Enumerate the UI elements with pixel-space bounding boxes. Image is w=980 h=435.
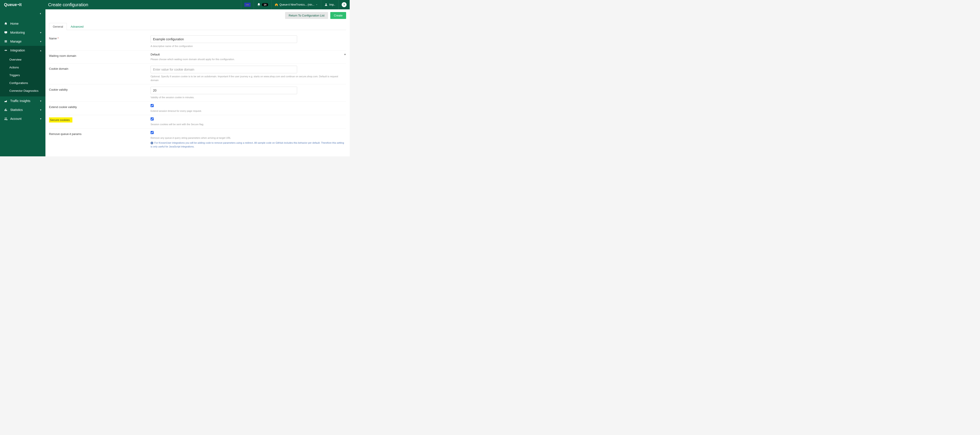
name-input[interactable]	[151, 35, 297, 43]
sidebar-item-label: Manage	[10, 40, 22, 43]
help-extend-cookie: Extend session timeout for every page re…	[151, 109, 346, 113]
top-action-bar: Return To Configuration List Create	[49, 12, 346, 19]
sidebar-item-manage[interactable]: Manage ▾	[0, 37, 45, 46]
sidebar-item-account[interactable]: Account ▾	[0, 114, 45, 123]
sidebar-item-statistics[interactable]: Statistics ▾	[0, 105, 45, 114]
info-icon: i	[151, 142, 153, 144]
sidebar-subitem-triggers[interactable]: Triggers	[0, 71, 45, 79]
required-asterisk: *	[57, 37, 59, 40]
form-row-cookie-validity: Cookie validity Validity of the session …	[49, 84, 346, 102]
account-label: Queue-it NineTronics... (nin...	[280, 3, 314, 6]
impersonation-user[interactable]: Imp..	[321, 0, 338, 10]
remove-params-checkbox[interactable]	[151, 131, 154, 134]
chart-line-icon	[4, 99, 8, 103]
form-row-extend-cookie: Extend cookie validity Extend session ti…	[49, 102, 346, 115]
chevron-down-icon: ▾	[40, 40, 41, 43]
sidebar-collapse-button[interactable]	[39, 12, 42, 16]
chevron-down-icon	[316, 3, 318, 6]
extend-cookie-checkbox[interactable]	[151, 104, 154, 107]
return-to-list-button[interactable]: Return To Configuration List	[285, 12, 328, 19]
integration-icon	[4, 49, 8, 52]
form-row-name: Name * A descriptive name of the configu…	[49, 33, 346, 51]
main-content: Return To Configuration List Create Gene…	[45, 10, 350, 156]
label-text: Name	[49, 37, 57, 40]
sidebar-item-label: Monitoring	[10, 31, 25, 34]
secure-cookies-checkbox[interactable]	[151, 117, 154, 121]
form-row-secure-cookies: Secure cookies Session cookies will be s…	[49, 115, 346, 129]
notifications-button[interactable]: 14	[254, 0, 271, 10]
home-icon	[4, 22, 8, 25]
sidebar-item-label: Account	[10, 117, 22, 121]
chevron-down-icon: ▾	[40, 117, 41, 120]
tab-advanced[interactable]: Advanced	[67, 23, 87, 30]
label-cookie-domain: Cookie domain	[49, 66, 151, 70]
sidebar-subitem-configurations[interactable]: Configurations	[0, 79, 45, 87]
help-name: A descriptive name of the configuration	[151, 44, 346, 48]
sidebar-item-label: Home	[10, 22, 19, 25]
list-icon	[4, 40, 8, 43]
eu-flag-icon: ★ ★ ★	[244, 3, 251, 7]
help-cookie-domain: Optional. Specify if session cookie is t…	[151, 75, 346, 82]
dropdown-caret-icon[interactable]: ▼	[344, 53, 346, 56]
label-name: Name *	[49, 35, 151, 40]
cookie-validity-input[interactable]	[151, 87, 297, 94]
brand-logo[interactable]: Queueit	[0, 0, 45, 10]
sidebar-item-label: Traffic Insights	[10, 99, 30, 103]
sidebar-subitem-overview[interactable]: Overview	[0, 56, 45, 64]
cookie-domain-input[interactable]	[151, 66, 297, 73]
help-remove-params-2: i For KnownUser integrations you will be…	[151, 141, 346, 148]
help-remove-params-2-text: For KnownUser integrations you will be a…	[151, 142, 344, 148]
chevron-left-icon	[39, 12, 42, 15]
user-label: Imp..	[329, 3, 335, 6]
waiting-room-domain-value[interactable]: Default	[151, 53, 160, 56]
notifications-count: 14	[262, 3, 268, 6]
org-icon	[275, 3, 278, 6]
form-row-cookie-domain: Cookie domain Optional. Specify if sessi…	[49, 64, 346, 84]
help-button[interactable]: ?	[338, 0, 350, 10]
chevron-down-icon: ▾	[40, 108, 41, 112]
user-icon	[324, 3, 328, 6]
sidebar-item-label: Statistics	[10, 108, 23, 112]
sidebar-subitem-connector-diagnostics[interactable]: Connector Diagnostics	[0, 87, 45, 95]
label-extend-cookie: Extend cookie validity	[49, 104, 151, 109]
label-cookie-validity: Cookie validity	[49, 87, 151, 91]
tab-bar: General Advanced	[49, 23, 346, 30]
help-remove-params-1: Remove any queue-it query string paramet…	[151, 136, 346, 140]
label-waiting-room-domain: Waiting room domain	[49, 53, 151, 57]
chevron-down-icon: ▾	[40, 31, 41, 34]
create-button[interactable]: Create	[330, 12, 346, 19]
sidebar-item-monitoring[interactable]: Monitoring ▾	[0, 28, 45, 37]
sidebar-subitems-integration: Overview Actions Triggers Configurations…	[0, 55, 45, 96]
sidebar: Home Monitoring ▾ Manage ▾ Integration ▴…	[0, 10, 45, 156]
sidebar-item-integration[interactable]: Integration ▴	[0, 46, 45, 55]
top-header: Queueit Create configuration ★ ★ ★ 14 Qu…	[0, 0, 350, 10]
label-remove-params: Remove queue-it params	[49, 131, 151, 135]
users-icon	[4, 117, 8, 121]
chevron-down-icon: ▾	[40, 100, 41, 102]
bell-icon	[257, 3, 261, 6]
sidebar-subitem-actions[interactable]: Actions	[0, 64, 45, 71]
tab-general[interactable]: General	[49, 23, 67, 30]
region-flag-eu[interactable]: ★ ★ ★	[241, 0, 254, 10]
page-title: Create configuration	[45, 2, 241, 7]
sidebar-item-label: Integration	[10, 49, 25, 52]
form-row-waiting-room-domain: Waiting room domain Default ▼ Please cho…	[49, 51, 346, 64]
monitor-icon	[4, 31, 8, 34]
account-switcher[interactable]: Queue-it NineTronics... (nin...	[271, 0, 321, 10]
help-waiting-room-domain: Please choose which waiting room domain …	[151, 57, 346, 61]
help-cookie-validity: Validity of the session cookie in minute…	[151, 96, 346, 99]
help-icon: ?	[342, 2, 347, 7]
sidebar-item-traffic-insights[interactable]: Traffic Insights ▾	[0, 96, 45, 105]
help-secure-cookies: Session cookies will be sent with the Se…	[151, 123, 346, 126]
sidebar-item-home[interactable]: Home	[0, 19, 45, 28]
form-row-remove-params: Remove queue-it params Remove any queue-…	[49, 129, 346, 151]
label-secure-cookies: Secure cookies	[49, 117, 72, 123]
chevron-up-icon: ▴	[40, 49, 41, 52]
bar-chart-icon	[4, 108, 8, 112]
